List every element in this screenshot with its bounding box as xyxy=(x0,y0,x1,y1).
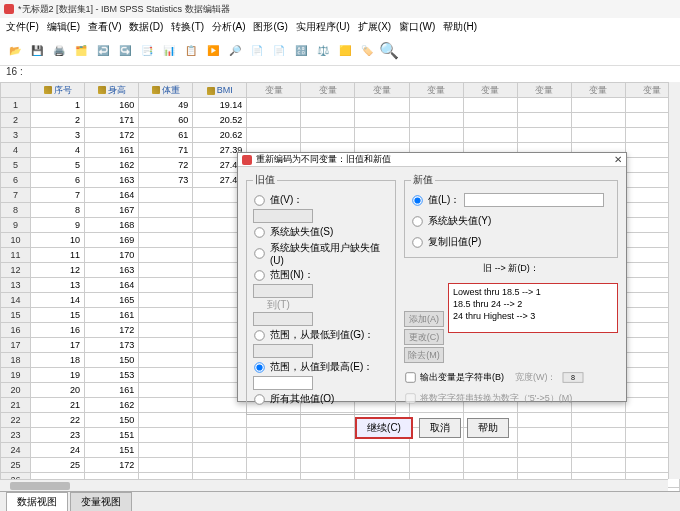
row-header[interactable]: 3 xyxy=(1,128,31,143)
cell[interactable]: 161 xyxy=(85,308,139,323)
goto-var-icon[interactable]: 📊 xyxy=(160,42,178,60)
cell[interactable]: 71 xyxy=(139,143,193,158)
cell[interactable] xyxy=(139,368,193,383)
radio-old-sysuser[interactable] xyxy=(254,248,264,258)
cell[interactable]: 11 xyxy=(31,248,85,263)
row-header[interactable]: 14 xyxy=(1,293,31,308)
menu-analyze[interactable]: 分析(A) xyxy=(210,20,247,34)
input-new-value[interactable] xyxy=(464,193,604,207)
menu-view[interactable]: 查看(V) xyxy=(86,20,123,34)
cell[interactable] xyxy=(139,353,193,368)
recall-icon[interactable]: 🗂️ xyxy=(72,42,90,60)
rule-item[interactable]: 24 thru Highest --> 3 xyxy=(453,310,613,322)
col-header-empty[interactable]: 变量 xyxy=(301,83,355,98)
cell[interactable]: 24 xyxy=(31,443,85,458)
open-icon[interactable]: 📂 xyxy=(6,42,24,60)
row-header[interactable]: 6 xyxy=(1,173,31,188)
cell[interactable]: 17 xyxy=(31,338,85,353)
col-header-empty[interactable]: 变量 xyxy=(355,83,409,98)
cell[interactable]: 167 xyxy=(85,203,139,218)
print-icon[interactable]: 🖨️ xyxy=(50,42,68,60)
row-header[interactable]: 10 xyxy=(1,233,31,248)
cell[interactable] xyxy=(139,278,193,293)
row-header[interactable]: 7 xyxy=(1,188,31,203)
row-header[interactable]: 1 xyxy=(1,98,31,113)
close-icon[interactable]: ✕ xyxy=(614,154,622,165)
cell[interactable]: 168 xyxy=(85,218,139,233)
rules-list[interactable]: Lowest thru 18.5 --> 1 18.5 thru 24 --> … xyxy=(448,283,618,333)
cell[interactable]: 72 xyxy=(139,158,193,173)
cell[interactable] xyxy=(139,323,193,338)
col-header-empty[interactable]: 变量 xyxy=(247,83,301,98)
cell[interactable]: 151 xyxy=(85,428,139,443)
radio-old-sysmis[interactable] xyxy=(254,227,264,237)
cell[interactable] xyxy=(139,383,193,398)
cell[interactable]: 2 xyxy=(31,113,85,128)
row-header[interactable]: 12 xyxy=(1,263,31,278)
cell[interactable] xyxy=(139,398,193,413)
cell[interactable]: 15 xyxy=(31,308,85,323)
weight-cases-icon[interactable]: ⚖️ xyxy=(314,42,332,60)
cell[interactable]: 14 xyxy=(31,293,85,308)
row-header[interactable]: 18 xyxy=(1,353,31,368)
cell[interactable] xyxy=(139,308,193,323)
run-icon[interactable]: ▶️ xyxy=(204,42,222,60)
col-header-1[interactable]: 序号 xyxy=(31,83,85,98)
cell[interactable]: 19.14 xyxy=(193,98,247,113)
input-range-to[interactable] xyxy=(253,312,313,326)
row-header[interactable]: 16 xyxy=(1,323,31,338)
menu-data[interactable]: 数据(D) xyxy=(127,20,165,34)
rule-item[interactable]: 18.5 thru 24 --> 2 xyxy=(453,298,613,310)
cell[interactable] xyxy=(139,233,193,248)
add-button[interactable]: 添加(A) xyxy=(404,311,444,327)
cell[interactable] xyxy=(139,338,193,353)
continue-button[interactable]: 继续(C) xyxy=(355,417,413,439)
cell[interactable]: 13 xyxy=(31,278,85,293)
cell[interactable]: 21 xyxy=(31,398,85,413)
row-header[interactable]: 19 xyxy=(1,368,31,383)
table-row[interactable]: 2 2 171 60 20.52 xyxy=(1,113,680,128)
cell[interactable]: 162 xyxy=(85,158,139,173)
row-header[interactable]: 13 xyxy=(1,278,31,293)
row-header[interactable]: 4 xyxy=(1,143,31,158)
cell[interactable]: 172 xyxy=(85,323,139,338)
cell[interactable]: 161 xyxy=(85,143,139,158)
cell[interactable] xyxy=(139,413,193,428)
variables-icon[interactable]: 📋 xyxy=(182,42,200,60)
insert-variable-icon[interactable]: 📄 xyxy=(270,42,288,60)
cell[interactable] xyxy=(139,293,193,308)
cell[interactable] xyxy=(139,203,193,218)
cell[interactable]: 22 xyxy=(31,413,85,428)
row-header[interactable]: 9 xyxy=(1,218,31,233)
radio-new-sysmis[interactable] xyxy=(412,216,422,226)
cell[interactable]: 171 xyxy=(85,113,139,128)
menu-extensions[interactable]: 扩展(X) xyxy=(356,20,393,34)
tab-variable-view[interactable]: 变量视图 xyxy=(70,492,132,511)
row-header[interactable]: 24 xyxy=(1,443,31,458)
row-header[interactable]: 17 xyxy=(1,338,31,353)
cell[interactable]: 60 xyxy=(139,113,193,128)
cell[interactable]: 10 xyxy=(31,233,85,248)
change-button[interactable]: 更改(C) xyxy=(404,329,444,345)
cell[interactable]: 172 xyxy=(85,128,139,143)
cell[interactable]: 160 xyxy=(85,98,139,113)
horizontal-scrollbar[interactable] xyxy=(0,479,668,491)
cell[interactable] xyxy=(139,458,193,473)
col-header-empty[interactable]: 变量 xyxy=(517,83,571,98)
cell[interactable]: 164 xyxy=(85,278,139,293)
select-cases-icon[interactable]: 🟨 xyxy=(336,42,354,60)
cell[interactable] xyxy=(139,443,193,458)
cell[interactable]: 20 xyxy=(31,383,85,398)
undo-icon[interactable]: ↩️ xyxy=(94,42,112,60)
col-header-empty[interactable]: 变量 xyxy=(409,83,463,98)
value-labels-icon[interactable]: 🏷️ xyxy=(358,42,376,60)
insert-cases-icon[interactable]: 📄 xyxy=(248,42,266,60)
menu-file[interactable]: 文件(F) xyxy=(4,20,41,34)
cell[interactable]: 8 xyxy=(31,203,85,218)
input-range-high[interactable] xyxy=(253,376,313,390)
cell[interactable] xyxy=(139,428,193,443)
row-header[interactable]: 15 xyxy=(1,308,31,323)
cell[interactable]: 162 xyxy=(85,398,139,413)
table-row[interactable]: 3 3 172 61 20.62 xyxy=(1,128,680,143)
cell[interactable] xyxy=(139,218,193,233)
